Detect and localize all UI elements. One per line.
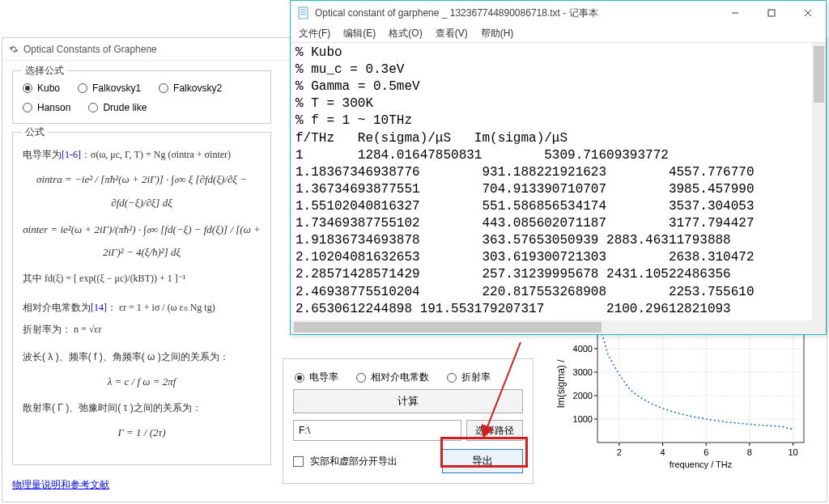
formula-radios: Kubo Falkovsky1 Falkovsky2 Hanson Drude … [23, 79, 261, 113]
radio-drude-like[interactable]: Drude like [88, 102, 147, 113]
menu-edit[interactable]: 编辑(E) [343, 27, 376, 40]
menu-view[interactable]: 查看(V) [436, 27, 468, 40]
svg-text:frequency / THz: frequency / THz [670, 460, 733, 469]
radio-falkovsky1[interactable]: Falkovsky1 [78, 83, 141, 94]
notepad-menu: 文件(F) 编辑(E) 格式(O) 查看(V) 帮助(H) [291, 25, 826, 43]
output-radios: 电导率 相对介电常数 折射率 [293, 367, 523, 389]
split-export-checkbox[interactable] [293, 456, 304, 467]
svg-rect-36 [768, 10, 775, 16]
svg-text:4: 4 [660, 447, 665, 457]
browse-button[interactable]: 选择路径 [466, 420, 523, 441]
reference-link[interactable]: 物理量说明和参考文献 [12, 479, 109, 490]
scrollbar-thumb[interactable] [814, 46, 824, 103]
radio-dot-icon [159, 83, 168, 93]
menu-format[interactable]: 格式(O) [389, 27, 422, 40]
notepad-window: Optical constant of garphene _ 132367744… [290, 0, 827, 335]
formula-select-group: 选择公式 Kubo Falkovsky1 Falkovsky2 Hanson D… [12, 70, 271, 124]
scrollbar-vertical[interactable] [812, 43, 826, 320]
svg-text:4000: 4000 [573, 344, 593, 354]
window-controls [716, 1, 826, 25]
radio-dot-icon [447, 373, 457, 383]
radio-dot-icon [23, 83, 32, 93]
export-path-input[interactable] [293, 420, 461, 441]
group-title: 公式 [21, 125, 49, 139]
radio-permittivity[interactable]: 相对介电常数 [356, 371, 429, 384]
maximize-button[interactable] [753, 1, 789, 25]
svg-text:1000: 1000 [573, 414, 593, 424]
radio-dot-icon [78, 83, 87, 93]
scrollbar-thumb[interactable] [294, 322, 602, 332]
svg-text:8: 8 [747, 447, 752, 457]
notepad-app-icon [297, 6, 310, 19]
radio-hanson[interactable]: Hanson [23, 102, 70, 113]
split-export-label: 实部和虚部分开导出 [310, 455, 436, 468]
notepad-titlebar[interactable]: Optical constant of garphene _ 132367744… [291, 1, 826, 25]
radio-kubo[interactable]: Kubo [23, 83, 60, 94]
notepad-content[interactable]: % Kubo % mu_c = 0.3eV % Gamma = 0.5meV %… [291, 43, 826, 334]
menu-help[interactable]: 帮助(H) [481, 27, 514, 40]
app-title: Optical Constants of Graphene [23, 44, 157, 55]
notepad-title: Optical constant of garphene _ 132367744… [315, 6, 716, 20]
radio-refractive[interactable]: 折射率 [447, 371, 491, 384]
svg-rect-31 [299, 7, 308, 19]
svg-text:2: 2 [617, 447, 622, 457]
radio-conductivity[interactable]: 电导率 [295, 371, 338, 384]
equations-content: 电导率为[1-6]：σ(ω, μc, Γ, T) = Ng (σintra + … [23, 141, 261, 445]
svg-text:6: 6 [704, 447, 708, 457]
minimize-button[interactable] [716, 1, 753, 25]
scrollbar-corner [812, 320, 826, 334]
svg-text:3000: 3000 [573, 367, 593, 377]
reference-link-row: 物理量说明和参考文献 [12, 473, 271, 492]
svg-text:10: 10 [788, 447, 797, 457]
export-button[interactable]: 导出 [442, 449, 523, 473]
close-button[interactable] [789, 1, 826, 25]
radio-dot-icon [23, 103, 32, 112]
scrollbar-horizontal[interactable] [291, 320, 812, 334]
equations-group: 公式 电导率为[1-6]：σ(ω, μc, Γ, T) = Ng (σintra… [12, 132, 271, 465]
left-column: 选择公式 Kubo Falkovsky1 Falkovsky2 Hanson D… [12, 70, 271, 492]
group-title: 选择公式 [21, 64, 68, 78]
svg-rect-0 [597, 325, 804, 443]
menu-file[interactable]: 文件(F) [299, 27, 330, 40]
radio-dot-icon [295, 373, 304, 383]
svg-text:2000: 2000 [573, 391, 593, 400]
gear-icon [9, 44, 19, 54]
svg-text:Im(sigma) /: Im(sigma) / [555, 359, 567, 409]
radio-dot-icon [88, 103, 98, 112]
radio-dot-icon [356, 373, 366, 383]
calculate-button[interactable]: 计算 [293, 389, 523, 413]
output-group: 电导率 相对介电常数 折射率 计算 选择路径 实部和虚部分开导出 导出 [283, 358, 534, 484]
chart-imsigma: 1000200030004000246810frequency / THzIm(… [553, 317, 812, 471]
radio-falkovsky2[interactable]: Falkovsky2 [159, 83, 222, 94]
